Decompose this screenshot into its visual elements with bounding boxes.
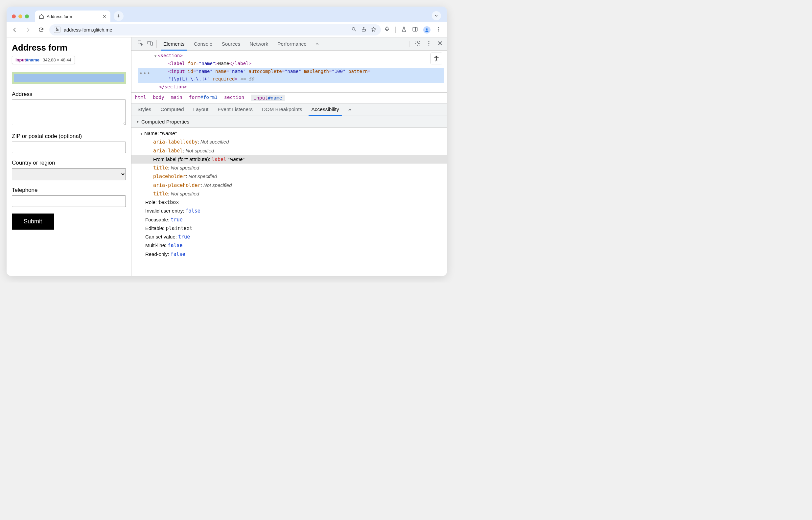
tab-elements[interactable]: Elements [159,37,189,50]
tab-title: Address form [47,14,72,19]
subtab-event-listeners[interactable]: Event Listeners [213,103,257,115]
svg-rect-17 [151,42,153,45]
share-icon[interactable] [361,27,366,33]
line-actions-icon[interactable]: ••• [139,69,151,78]
reload-button[interactable] [36,25,46,35]
subtab-computed[interactable]: Computed [156,103,188,115]
a11y-property-row: Invalid user entry: false [131,207,447,215]
minimize-window-button[interactable] [18,15,22,18]
device-toolbar-icon[interactable] [147,40,153,47]
crumb-html[interactable]: html [135,95,146,101]
labs-icon[interactable] [401,26,407,33]
svg-point-4 [57,29,58,30]
devtools-tabs: Elements Console Sources Network Perform… [131,37,447,51]
computed-properties-header[interactable]: ▼ Computed Properties [131,116,447,128]
inspect-element-icon[interactable] [137,40,143,47]
side-panel-icon[interactable] [412,26,418,33]
site-settings-icon[interactable] [54,27,60,33]
crumb-main[interactable]: main [171,95,182,101]
dom-node-section-close[interactable]: </section> [138,83,444,91]
a11y-title-2: title: Not specified [131,189,447,198]
dom-tree[interactable]: <section> <label for="name">Name</label>… [131,51,447,92]
tab-close-icon[interactable]: ✕ [103,14,106,19]
crumb-section[interactable]: section [224,95,244,101]
tab-console[interactable]: Console [189,37,217,50]
extensions-icon[interactable] [384,26,390,33]
submit-button[interactable]: Submit [12,213,54,230]
browser-tab[interactable]: Address form ✕ [35,10,110,22]
close-window-button[interactable] [12,15,16,18]
a11y-role: Role: textbox [131,198,447,207]
profile-avatar[interactable] [423,26,430,33]
a11y-property-row: Read-only: false [131,250,447,259]
page-content: Address form input#name 342.88 × 48.44 A… [6,37,131,276]
svg-point-12 [438,27,439,28]
address-textarea[interactable] [12,100,126,125]
telephone-input[interactable] [12,196,126,207]
zoom-icon[interactable] [351,27,357,33]
new-tab-button[interactable]: + [114,11,124,21]
tab-favicon [39,14,44,19]
name-input[interactable] [14,74,124,82]
accessibility-float-button[interactable] [430,53,442,64]
bookmark-star-icon[interactable] [371,27,376,33]
svg-point-14 [438,30,439,31]
a11y-property-row: Can set value: true [131,233,447,241]
svg-point-13 [438,29,439,30]
dom-breadcrumb: html body main form#form1 section input#… [131,92,447,103]
country-select[interactable] [12,168,126,180]
a11y-property-row: Multi-line: false [131,241,447,250]
svg-line-6 [355,30,356,31]
devtools-panel: Elements Console Sources Network Perform… [131,37,447,276]
tabs-dropdown-button[interactable] [432,11,441,20]
subtab-accessibility[interactable]: Accessibility [307,103,344,115]
svg-point-3 [56,28,57,28]
url-text: address-form.glitch.me [64,27,112,32]
telephone-label: Telephone [12,187,126,193]
forward-button[interactable] [23,25,33,35]
crumb-body[interactable]: body [153,95,164,101]
dom-node-input-selected[interactable]: ••• <input id="name" name="name" autocom… [138,68,444,83]
a11y-property-row: Editable: plaintext [131,224,447,233]
crumb-form[interactable]: form#form1 [189,95,218,101]
zip-input[interactable] [12,141,126,153]
inspect-tooltip: input#name 342.88 × 48.44 [12,56,75,64]
inspected-element-highlight [12,72,126,84]
country-label: Country or region [12,160,126,166]
tooltip-element-tag: input [16,57,26,62]
svg-point-21 [429,44,430,45]
toolbar-divider [395,27,396,33]
tab-network[interactable]: Network [245,37,273,50]
svg-point-24 [436,56,437,57]
chrome-menu-icon[interactable] [436,26,442,33]
crumb-input[interactable]: input#name [251,95,285,101]
subtab-styles[interactable]: Styles [133,103,156,115]
a11y-aria-placeholder: aria-placeholder: Not specified [131,181,447,189]
tooltip-element-id: #name [26,57,40,62]
devtools-settings-icon[interactable] [415,41,421,48]
page-title: Address form [12,43,126,53]
back-button[interactable] [10,25,20,35]
svg-point-18 [417,42,418,44]
devtools-close-icon[interactable] [437,41,443,48]
dom-node-label[interactable]: <label for="name">Name</label> [138,60,444,68]
a11y-from-label: From label (for= attribute): label "Name… [131,155,447,163]
address-bar[interactable]: address-form.glitch.me [49,24,381,35]
subtab-dom-breakpoints[interactable]: DOM Breakpoints [257,103,307,115]
tab-sources[interactable]: Sources [217,37,245,50]
tab-performance[interactable]: Performance [273,37,311,50]
zip-label: ZIP or postal code (optional) [12,133,126,139]
tab-strip: Address form ✕ + [6,6,447,22]
a11y-aria-label: aria-label: Not specified [131,147,447,155]
maximize-window-button[interactable] [25,15,29,18]
toolbar-divider [409,41,409,47]
tab-more[interactable]: » [311,37,323,50]
subtab-more[interactable]: » [344,103,356,115]
a11y-property-row: Focusable: true [131,215,447,224]
a11y-name-row: Name: "Name" [131,129,447,138]
devtools-menu-icon[interactable] [426,41,432,48]
dom-node-section-open[interactable]: <section> [138,52,444,60]
subtab-layout[interactable]: Layout [188,103,213,115]
toolbar: address-form.glitch.me [6,22,447,37]
accessibility-pane: ▼ Computed Properties Name: "Name" aria-… [131,116,447,276]
